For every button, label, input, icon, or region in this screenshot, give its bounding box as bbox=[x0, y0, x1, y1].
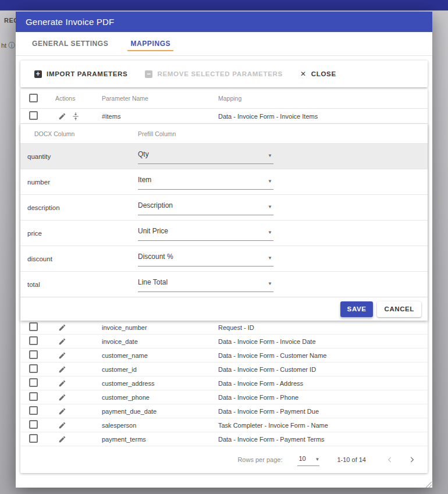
parameter-name-cell: customer_phone bbox=[102, 394, 150, 401]
table-row: customer_address Data - Invoice Form - A… bbox=[20, 376, 428, 390]
parameters-table: Actions Parameter Name Mapping #items Da… bbox=[20, 88, 428, 473]
mapping-cell: Task Completer - Invoice Form - Name bbox=[218, 422, 328, 429]
close-button[interactable]: ✕ CLOSE bbox=[300, 70, 336, 78]
row-checkbox[interactable] bbox=[29, 434, 38, 443]
prefill-column-select[interactable]: Description ▼ bbox=[138, 200, 273, 215]
parameter-name-cell: customer_id bbox=[102, 366, 137, 373]
table-row: payment_due_date Data - Invoice Form - P… bbox=[20, 404, 428, 418]
mapping-cell: Data - Invoice Form - Payment Terms bbox=[218, 436, 325, 443]
column-header-actions: Actions bbox=[55, 95, 75, 102]
remove-selected-parameters-button[interactable]: − REMOVE SELECTED PARAMETERS bbox=[145, 70, 282, 78]
dropdown-arrow-icon: ▼ bbox=[268, 230, 272, 235]
edit-icon[interactable] bbox=[58, 435, 66, 443]
row-checkbox[interactable] bbox=[29, 378, 38, 387]
generate-invoice-pdf-dialog: Generate Invoice PDF GENERAL SETTINGS MA… bbox=[16, 12, 432, 488]
resize-handle[interactable] bbox=[424, 479, 432, 487]
previous-page-button[interactable] bbox=[386, 456, 394, 464]
edit-icon[interactable] bbox=[58, 365, 66, 374]
column-mapping-actions: SAVE CANCEL bbox=[20, 297, 428, 321]
prefill-column-select[interactable]: Discount % ▼ bbox=[138, 251, 273, 266]
edit-icon[interactable] bbox=[58, 337, 66, 346]
dialog-header: Generate Invoice PDF bbox=[16, 12, 432, 32]
parameter-name-cell: customer_name bbox=[102, 352, 148, 359]
row-checkbox[interactable] bbox=[29, 392, 38, 401]
prefill-column-select[interactable]: Unit Price ▼ bbox=[138, 226, 273, 241]
row-checkbox[interactable] bbox=[29, 364, 38, 373]
dropdown-arrow-icon: ▼ bbox=[315, 457, 320, 462]
column-mapping-panel: DOCX Column Prefill Column quantity Qty … bbox=[20, 124, 428, 321]
column-header-mapping: Mapping bbox=[218, 95, 241, 102]
minus-box-icon: − bbox=[145, 70, 152, 78]
next-page-button[interactable] bbox=[408, 456, 416, 464]
parameter-name-cell: #items bbox=[102, 113, 120, 120]
mapping-cell: Data - Invoice Form - Invoice Items bbox=[218, 113, 318, 120]
row-checkbox[interactable] bbox=[29, 336, 38, 345]
row-checkbox[interactable] bbox=[29, 111, 38, 120]
mappings-toolbar: + IMPORT PARAMETERS − REMOVE SELECTED PA… bbox=[20, 61, 428, 87]
edit-icon[interactable] bbox=[58, 351, 66, 360]
table-row: payment_terms Data - Invoice Form - Paym… bbox=[20, 432, 428, 446]
parameter-name-cell: salesperson bbox=[102, 422, 136, 429]
tab-general-settings[interactable]: GENERAL SETTINGS bbox=[21, 32, 119, 55]
dropdown-arrow-icon: ▼ bbox=[268, 281, 272, 286]
parameter-name-cell: invoice_number bbox=[102, 324, 147, 331]
docx-column-header: DOCX Column bbox=[34, 130, 138, 137]
row-checkbox[interactable] bbox=[29, 322, 38, 331]
mapping-cell: Data - Invoice Form - Phone bbox=[218, 394, 298, 401]
prefill-column-header: Prefill Column bbox=[138, 130, 176, 137]
table-row: salesperson Task Completer - Invoice For… bbox=[20, 418, 428, 432]
column-mapping-row-price: price Unit Price ▼ bbox=[20, 220, 428, 246]
rows-per-page-select[interactable]: 10 ▼ bbox=[297, 454, 319, 466]
dialog-content: + IMPORT PARAMETERS − REMOVE SELECTED PA… bbox=[16, 56, 432, 473]
column-mapping-row-description: description Description ▼ bbox=[20, 194, 428, 220]
column-mapping-row-discount: discount Discount % ▼ bbox=[20, 246, 428, 271]
save-button[interactable]: SAVE bbox=[340, 301, 374, 317]
rows-per-page-label: Rows per page: bbox=[237, 456, 282, 463]
tab-mappings[interactable]: MAPPINGS bbox=[119, 32, 182, 55]
edit-icon[interactable] bbox=[58, 393, 66, 401]
edit-icon[interactable] bbox=[58, 324, 66, 332]
dropdown-arrow-icon: ▼ bbox=[268, 179, 272, 184]
mapping-cell: Data - Invoice Form - Invoice Date bbox=[218, 338, 316, 345]
column-mapping-row-total: total Line Total ▼ bbox=[20, 271, 428, 297]
row-checkbox[interactable] bbox=[29, 420, 38, 429]
dropdown-arrow-icon: ▼ bbox=[268, 255, 272, 261]
table-row: invoice_date Data - Invoice Form - Invoi… bbox=[20, 335, 428, 349]
dropdown-arrow-icon: ▼ bbox=[268, 204, 272, 209]
edit-icon[interactable] bbox=[58, 421, 66, 429]
vertical-align-center-icon[interactable] bbox=[72, 112, 80, 120]
app-top-bar bbox=[0, 0, 448, 10]
table-row: customer_name Data - Invoice Form - Cust… bbox=[20, 349, 428, 362]
mapping-cell: Data - Invoice Form - Customer ID bbox=[218, 366, 316, 373]
row-checkbox[interactable] bbox=[29, 350, 38, 359]
table-row: customer_id Data - Invoice Form - Custom… bbox=[20, 362, 428, 376]
edit-icon[interactable] bbox=[58, 407, 66, 415]
table-row: customer_phone Data - Invoice Form - Pho… bbox=[20, 390, 428, 404]
info-icon: ⓘ bbox=[8, 41, 15, 49]
column-mapping-row-quantity: quantity Qty ▼ bbox=[20, 143, 428, 169]
import-parameters-button[interactable]: + IMPORT PARAMETERS bbox=[34, 70, 127, 78]
edit-icon[interactable] bbox=[58, 379, 66, 388]
add-box-icon: + bbox=[34, 70, 42, 78]
table-row-items: #items Data - Invoice Form - Invoice Ite… bbox=[20, 109, 428, 124]
prefill-column-select[interactable]: Line Total ▼ bbox=[138, 277, 273, 292]
dropdown-arrow-icon: ▼ bbox=[268, 153, 272, 158]
dialog-title: Generate Invoice PDF bbox=[26, 17, 114, 27]
column-mapping-row-number: number Item ▼ bbox=[20, 169, 428, 194]
backdrop-text-fragment: ht ⓘ bbox=[1, 41, 15, 51]
table-row: invoice_number Request - ID bbox=[20, 321, 428, 335]
table-pagination: Rows per page: 10 ▼ 1-10 of 14 bbox=[20, 446, 428, 473]
select-all-checkbox[interactable] bbox=[29, 94, 38, 102]
mapping-cell: Data - Invoice Form - Address bbox=[218, 380, 303, 387]
cancel-button[interactable]: CANCEL bbox=[377, 301, 421, 317]
mapping-cell: Data - Invoice Form - Customer Name bbox=[218, 352, 326, 359]
prefill-column-select[interactable]: Qty ▼ bbox=[138, 149, 273, 164]
edit-icon[interactable] bbox=[58, 112, 66, 120]
row-checkbox[interactable] bbox=[29, 406, 38, 415]
parameter-name-cell: invoice_date bbox=[102, 338, 138, 345]
parameter-name-cell: payment_due_date bbox=[102, 408, 157, 415]
mapping-cell: Request - ID bbox=[218, 324, 254, 331]
column-mapping-header-row: DOCX Column Prefill Column bbox=[20, 124, 428, 143]
parameter-name-cell: payment_terms bbox=[102, 436, 146, 443]
prefill-column-select[interactable]: Item ▼ bbox=[138, 175, 273, 190]
